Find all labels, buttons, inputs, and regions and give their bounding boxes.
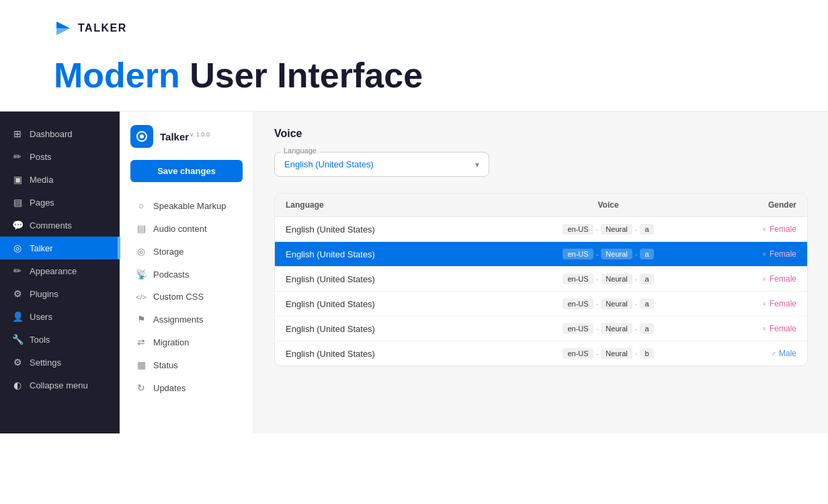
row-voice-2: en-US - Neural - a [501,249,716,259]
sidebar-item-tools[interactable]: 🔧 Tools [0,328,120,351]
row-language-2: English (United States) [286,249,501,259]
variant-badge-6: b [640,348,653,359]
sidebar-item-plugins[interactable]: ⚙ Plugins [0,282,120,305]
sub-nav-status[interactable]: ▦ Status [130,353,243,376]
plugin-version: v. 1.0.0 [190,131,210,138]
sidebar-item-posts[interactable]: ✏ Posts [0,145,120,168]
sub-nav-storage[interactable]: ◎ Storage [130,240,243,263]
language-dropdown[interactable]: English (United States) ▾ [274,152,489,177]
sidebar-label-media: Media [30,175,53,185]
sidebar-item-appearance[interactable]: ✏ Appearance [0,259,120,282]
variant-badge-3: a [640,274,653,284]
sidebar-item-users[interactable]: 👤 Users [0,305,120,328]
table-row[interactable]: English (United States) en-US - Neural -… [275,341,807,366]
gender-female-3: ♀ Female [761,274,796,284]
sub-nav-label-css: Custom CSS [153,292,204,302]
appearance-icon: ✏ [12,265,23,276]
talker-logo-icon [54,19,73,38]
comments-icon: 💬 [12,220,23,230]
chevron-down-icon: ▾ [475,160,479,169]
table-row[interactable]: English (United States) en-US - Neural -… [275,267,807,292]
table-row-selected[interactable]: English (United States) en-US - Neural -… [275,242,807,267]
hero-title: Modern User Interface [54,56,774,95]
sub-nav-assignments[interactable]: ⚑ Assignments [130,308,243,331]
sub-nav-label-status: Status [153,360,178,370]
sidebar-item-talker[interactable]: ◎ Talker [0,237,120,259]
speakable-markup-icon: ○ [136,200,147,211]
sub-nav-speakable-markup[interactable]: ○ Speakable Markup [130,194,243,217]
plugin-name: Talkerv. 1.0.0 [160,131,210,142]
quality-badge-6: Neural [601,348,632,359]
sidebar-label-settings: Settings [30,358,61,368]
custom-css-icon: </> [136,293,147,301]
svg-marker-1 [56,28,70,35]
quality-badge-1: Neural [601,224,632,235]
main-layout: ⊞ Dashboard ✏ Posts ▣ Media ▤ Pages 💬 Co… [0,111,828,433]
row-gender-5: ♀ Female [716,324,796,333]
sub-nav-audio-content[interactable]: ▤ Audio content [130,217,243,240]
sidebar-label-talker: Talker [30,243,53,253]
quality-badge-2: Neural [601,249,632,259]
row-language-3: English (United States) [286,274,501,284]
locale-badge-1: en-US [563,224,593,235]
talker-icon: ◎ [12,243,23,253]
sub-sidebar: Talkerv. 1.0.0 Save changes ○ Speakable … [120,112,254,433]
sidebar-label-dashboard: Dashboard [30,129,73,139]
variant-badge-4: a [640,298,653,309]
storage-icon: ◎ [136,246,147,257]
status-icon: ▦ [136,360,147,370]
row-language-4: English (United States) [286,299,501,309]
sidebar-item-settings[interactable]: ⚙ Settings [0,351,120,374]
users-icon: 👤 [12,311,23,322]
sidebar-label-appearance: Appearance [30,266,77,276]
sub-nav-podcasts[interactable]: 📡 Podcasts [130,263,243,286]
row-voice-6: en-US - Neural - b [501,348,716,359]
sidebar-label-pages: Pages [30,198,54,208]
audio-content-icon: ▤ [136,223,147,234]
locale-badge-3: en-US [563,274,593,284]
locale-badge-5: en-US [563,323,593,334]
plugin-name-wrap: Talkerv. 1.0.0 [160,131,210,142]
language-dropdown-wrap: Language English (United States) ▾ [274,152,489,177]
pages-icon: ▤ [12,197,23,208]
sub-nav-updates[interactable]: ↻ Updates [130,376,243,399]
main-content: Voice Language English (United States) ▾… [254,112,828,433]
sidebar-item-comments[interactable]: 💬 Comments [0,214,120,237]
sidebar-item-collapse[interactable]: ◐ Collapse menu [0,374,120,396]
posts-icon: ✏ [12,151,23,162]
sidebar-label-collapse: Collapse menu [30,380,88,390]
row-language-5: English (United States) [286,324,501,334]
quality-badge-3: Neural [601,274,632,284]
quality-badge-5: Neural [601,323,632,334]
save-changes-button[interactable]: Save changes [130,160,243,182]
col-header-gender: Gender [716,200,796,210]
row-language-1: English (United States) [286,224,501,235]
gender-female-1: ♀ Female [761,224,796,234]
sub-nav-label-audio: Audio content [153,224,207,234]
col-header-language: Language [286,200,501,210]
svg-point-3 [140,134,144,138]
row-voice-1: en-US - Neural - a [501,224,716,235]
sub-nav-custom-css[interactable]: </> Custom CSS [130,286,243,308]
table-row[interactable]: English (United States) en-US - Neural -… [275,292,807,317]
sidebar-item-dashboard[interactable]: ⊞ Dashboard [0,122,120,145]
row-voice-5: en-US - Neural - a [501,323,716,334]
sub-nav-label-storage: Storage [153,247,184,257]
locale-badge-2: en-US [563,249,593,259]
media-icon: ▣ [12,174,23,185]
row-gender-1: ♀ Female [716,224,796,234]
sidebar-label-users: Users [30,312,52,322]
row-gender-2: ♀ Female [716,249,796,259]
gender-female-4: ♀ Female [761,299,796,308]
sidebar-item-media[interactable]: ▣ Media [0,168,120,191]
sub-nav-migration[interactable]: ⇄ Migration [130,331,243,353]
gender-female-5: ♀ Female [761,324,796,333]
table-row[interactable]: English (United States) en-US - Neural -… [275,217,807,242]
collapse-icon: ◐ [12,380,23,390]
variant-badge-2: a [640,249,653,259]
sidebar-item-pages[interactable]: ▤ Pages [0,191,120,214]
language-dropdown-value: English (United States) [284,159,374,169]
sub-nav-label-podcasts: Podcasts [153,269,189,280]
locale-badge-6: en-US [563,348,593,359]
table-row[interactable]: English (United States) en-US - Neural -… [275,317,807,341]
